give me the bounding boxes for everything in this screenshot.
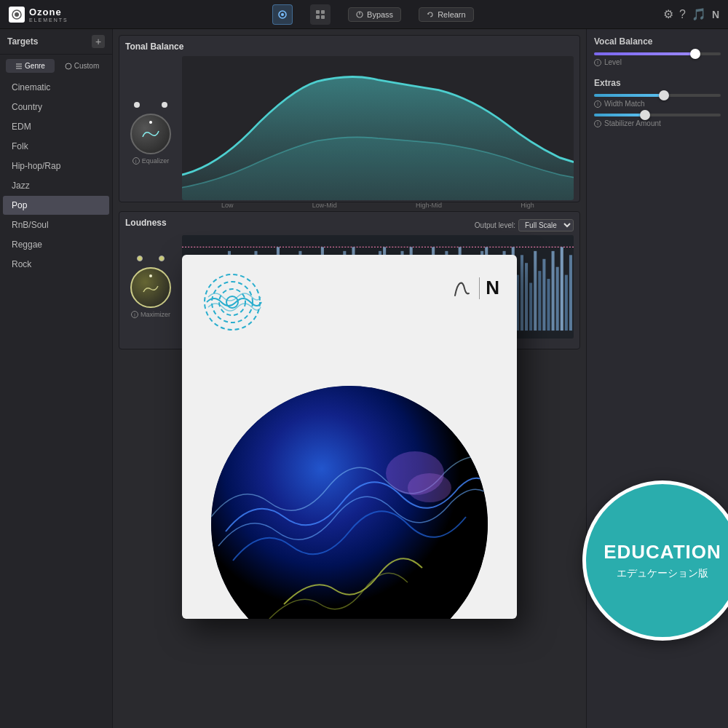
svg-rect-71 xyxy=(427,255,430,331)
sidebar-item-cinematic[interactable]: Cinematic xyxy=(3,78,109,97)
sidebar-header: Targets + xyxy=(0,29,112,55)
svg-rect-76 xyxy=(449,279,452,331)
svg-rect-18 xyxy=(192,290,195,331)
sidebar-item-rnbsoul[interactable]: RnB/Soul xyxy=(3,215,109,234)
sidebar-item-reggae[interactable]: Reggae xyxy=(3,235,109,254)
midi-icon[interactable]: 🎵 xyxy=(692,7,706,21)
svg-rect-62 xyxy=(387,275,390,331)
svg-rect-101 xyxy=(561,247,563,331)
svg-rect-37 xyxy=(277,247,280,331)
svg-rect-42 xyxy=(298,251,301,331)
sidebar-item-folk[interactable]: Folk xyxy=(3,137,109,156)
loudness-header: Loudness Output level: Full Scale True P… xyxy=(125,218,574,232)
svg-rect-97 xyxy=(542,259,545,331)
eq-info-icon[interactable]: i xyxy=(132,157,140,165)
svg-rect-49 xyxy=(330,283,333,331)
level-label: Level xyxy=(604,58,622,66)
svg-rect-7 xyxy=(321,15,325,19)
maximizer-info-icon[interactable]: i xyxy=(131,311,138,318)
level-info-icon[interactable]: i xyxy=(594,59,601,66)
svg-rect-81 xyxy=(472,263,475,331)
svg-rect-58 xyxy=(370,283,373,331)
level-label-row: i Level xyxy=(594,58,721,66)
level-slider-track[interactable] xyxy=(594,52,721,55)
eq-knob-area: i Equalizer xyxy=(125,56,176,210)
stabilizer-label-row: i Stabilizer Amount xyxy=(594,119,721,127)
right-panel: Vocal Balance i Level Extras xyxy=(586,29,728,728)
svg-rect-19 xyxy=(197,267,199,331)
svg-rect-65 xyxy=(400,251,403,331)
nav-equalizer-icon[interactable] xyxy=(272,4,293,25)
tab-genre[interactable]: Genre xyxy=(6,59,55,73)
freq-highmid: High-Mid xyxy=(416,202,442,209)
sidebar-item-edm[interactable]: EDM xyxy=(3,117,109,136)
tonal-graph xyxy=(182,56,574,200)
stabilizer-item: i Stabilizer Amount xyxy=(594,114,721,127)
svg-rect-27 xyxy=(232,279,235,331)
svg-rect-70 xyxy=(423,275,426,331)
maximizer-label: i Maximizer xyxy=(131,311,170,318)
handle-dot-max-left xyxy=(137,256,143,261)
svg-rect-41 xyxy=(294,279,297,331)
width-match-track[interactable] xyxy=(594,94,721,97)
sidebar-item-jazz[interactable]: Jazz xyxy=(3,176,109,195)
svg-rect-32 xyxy=(254,251,257,331)
output-level-select[interactable]: Full Scale True Peak xyxy=(518,219,574,232)
stabilizer-fill xyxy=(594,114,645,116)
relearn-button[interactable]: Relearn xyxy=(419,7,474,22)
svg-rect-34 xyxy=(264,263,266,331)
svg-rect-96 xyxy=(538,271,541,331)
svg-rect-77 xyxy=(454,267,457,331)
width-match-info-icon[interactable]: i xyxy=(594,100,601,108)
width-match-label: Width Match xyxy=(604,100,645,108)
freq-high: High xyxy=(521,202,534,209)
stabilizer-thumb[interactable] xyxy=(640,110,650,120)
help-icon[interactable]: ? xyxy=(679,8,686,21)
svg-rect-43 xyxy=(303,283,306,331)
level-slider-thumb[interactable] xyxy=(690,49,700,59)
bypass-button[interactable]: Bypass xyxy=(348,7,401,22)
svg-rect-91 xyxy=(516,275,519,331)
width-match-thumb[interactable] xyxy=(659,90,669,100)
svg-rect-54 xyxy=(352,247,355,331)
svg-rect-17 xyxy=(188,275,191,331)
svg-rect-45 xyxy=(312,275,315,331)
svg-rect-47 xyxy=(321,247,324,331)
output-level-area: Output level: Full Scale True Peak xyxy=(475,219,574,232)
svg-rect-28 xyxy=(237,267,240,331)
svg-rect-38 xyxy=(281,275,284,331)
stabilizer-info-icon[interactable]: i xyxy=(594,120,601,127)
svg-rect-86 xyxy=(494,259,496,331)
sidebar-item-rock[interactable]: Rock xyxy=(3,255,109,274)
add-target-button[interactable]: + xyxy=(92,35,105,48)
svg-rect-51 xyxy=(339,271,341,331)
extras-sliders: i Width Match i Stabilizer Amount xyxy=(594,94,721,127)
sidebar-item-hiphop[interactable]: Hip-hop/Rap xyxy=(3,157,109,175)
nav-grid-icon[interactable] xyxy=(310,4,331,25)
tonal-balance-panel: Tonal Balance i Equalizer xyxy=(119,35,580,202)
sidebar-item-pop[interactable]: Pop xyxy=(3,196,109,215)
svg-rect-16 xyxy=(183,283,186,331)
svg-rect-25 xyxy=(223,263,226,331)
app-sub: ELEMENTS xyxy=(29,17,68,23)
stabilizer-track[interactable] xyxy=(594,114,721,116)
svg-rect-6 xyxy=(316,15,320,19)
app-name: Ozone xyxy=(29,7,68,17)
svg-rect-59 xyxy=(374,267,377,331)
maximizer-knob-dot xyxy=(149,274,152,277)
svg-rect-61 xyxy=(383,247,386,331)
freq-labels: Low Low-Mid High-Mid High xyxy=(182,200,574,210)
sidebar-tabs: Genre Custom xyxy=(0,55,112,77)
svg-rect-40 xyxy=(290,259,293,331)
svg-rect-98 xyxy=(547,279,550,331)
svg-rect-87 xyxy=(498,279,501,331)
top-navigation: Ozone ELEMENTS Bypass xyxy=(0,0,728,29)
maximizer-knob[interactable] xyxy=(130,267,171,308)
equalizer-knob[interactable] xyxy=(130,114,171,154)
svg-rect-103 xyxy=(569,255,572,331)
settings-icon[interactable]: ⚙ xyxy=(663,7,673,21)
handle-dot-right xyxy=(162,102,167,108)
tab-custom[interactable]: Custom xyxy=(58,59,106,73)
svg-rect-5 xyxy=(321,10,325,14)
sidebar-item-country[interactable]: Country xyxy=(3,98,109,116)
